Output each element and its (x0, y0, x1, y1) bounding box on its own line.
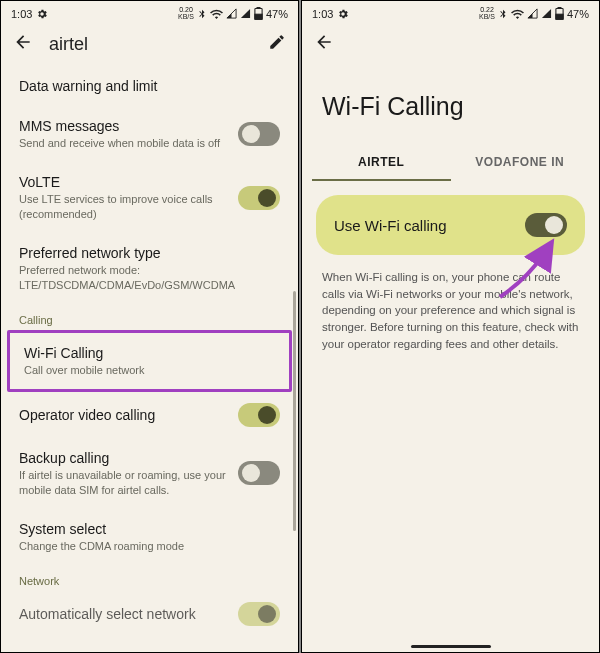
svg-rect-5 (556, 14, 563, 19)
banner-label: Use Wi-Fi calling (334, 217, 513, 234)
row-volte[interactable]: VoLTE Use LTE services to improve voice … (5, 162, 294, 233)
tab-vodafone[interactable]: VODAFONE IN (451, 145, 590, 181)
row-sub: If airtel is unavailable or roaming, use… (19, 468, 226, 498)
row-operator-video[interactable]: Operator video calling (5, 392, 294, 438)
tab-airtel[interactable]: AIRTEL (312, 145, 451, 181)
row-auto-select-network[interactable]: Automatically select network (5, 591, 294, 637)
row-title: VoLTE (19, 173, 226, 191)
back-button[interactable] (13, 32, 33, 56)
row-sub: Change the CDMA roaming mode (19, 539, 280, 554)
pencil-icon (268, 33, 286, 51)
svg-rect-1 (257, 7, 260, 8)
page-title: Wi-Fi Calling (302, 66, 599, 145)
scroll-indicator (293, 291, 296, 531)
row-title: MMS messages (19, 117, 226, 135)
bluetooth-icon (498, 8, 508, 20)
header-title: airtel (49, 34, 252, 55)
nav-pill (411, 645, 491, 648)
row-title: Automatically select network (19, 605, 226, 623)
carrier-tabs: AIRTEL VODAFONE IN (302, 145, 599, 181)
battery-pct: 47% (266, 8, 288, 20)
row-backup-calling[interactable]: Backup calling If airtel is unavailable … (5, 438, 294, 509)
section-calling: Calling (5, 304, 294, 330)
row-sub: Use LTE services to improve voice calls … (19, 192, 226, 222)
row-title: Data warning and limit (19, 77, 280, 95)
arrow-left-icon (13, 32, 33, 52)
row-title: Wi-Fi Calling (24, 344, 275, 362)
settings-list: Data warning and limit MMS messages Send… (1, 66, 298, 652)
status-bar: 1:03 0.20KB/S 47% (1, 1, 298, 24)
status-bar: 1:03 0.22KB/S 47% (302, 1, 599, 24)
section-network: Network (5, 565, 294, 591)
status-time: 1:03 (312, 8, 333, 20)
backup-calling-toggle[interactable] (238, 461, 280, 485)
gear-icon (36, 8, 48, 20)
header (302, 24, 599, 66)
battery-icon (254, 7, 263, 20)
row-title: System select (19, 520, 280, 538)
signal-icon-2 (541, 8, 552, 19)
wifi-calling-toggle[interactable] (525, 213, 567, 237)
wifi-calling-banner: Use Wi-Fi calling (316, 195, 585, 255)
row-system-select[interactable]: System select Change the CDMA roaming mo… (5, 509, 294, 565)
auto-select-toggle[interactable] (238, 602, 280, 626)
row-sub: Call over mobile network (24, 363, 275, 378)
row-title: Preferred network type (19, 244, 280, 262)
wifi-calling-description: When Wi-Fi calling is on, your phone can… (302, 255, 599, 366)
bluetooth-icon (197, 8, 207, 20)
signal-icon-2 (240, 8, 251, 19)
battery-icon (555, 7, 564, 20)
battery-pct: 47% (567, 8, 589, 20)
row-preferred-network[interactable]: Preferred network type Preferred network… (5, 233, 294, 304)
edit-button[interactable] (268, 33, 286, 55)
wifi-icon (210, 9, 223, 19)
volte-toggle[interactable] (238, 186, 280, 210)
network-speed: 0.22KB/S (479, 7, 495, 20)
network-speed: 0.20KB/S (178, 7, 194, 20)
row-title: Backup calling (19, 449, 226, 467)
row-title: Operator video calling (19, 406, 226, 424)
highlight-annotation: Wi-Fi Calling Call over mobile network (7, 330, 292, 392)
settings-screen: 1:03 0.20KB/S 47% airtel Data warning an… (0, 0, 299, 653)
wifi-calling-screen: 1:03 0.22KB/S 47% Wi-Fi Calling AIRTEL V… (301, 0, 600, 653)
row-data-warning[interactable]: Data warning and limit (5, 66, 294, 106)
signal-icon (527, 8, 538, 19)
status-time: 1:03 (11, 8, 32, 20)
row-sub: Preferred network mode: LTE/TDSCDMA/CDMA… (19, 263, 280, 293)
gear-icon (337, 8, 349, 20)
header: airtel (1, 24, 298, 66)
svg-rect-4 (558, 7, 561, 8)
mms-toggle[interactable] (238, 122, 280, 146)
row-wifi-calling[interactable]: Wi-Fi Calling Call over mobile network (10, 333, 289, 389)
operator-video-toggle[interactable] (238, 403, 280, 427)
signal-icon (226, 8, 237, 19)
wifi-icon (511, 9, 524, 19)
back-button[interactable] (314, 32, 334, 56)
row-sub: Send and receive when mobile data is off (19, 136, 226, 151)
arrow-left-icon (314, 32, 334, 52)
svg-rect-2 (255, 14, 262, 19)
row-mms[interactable]: MMS messages Send and receive when mobil… (5, 106, 294, 162)
